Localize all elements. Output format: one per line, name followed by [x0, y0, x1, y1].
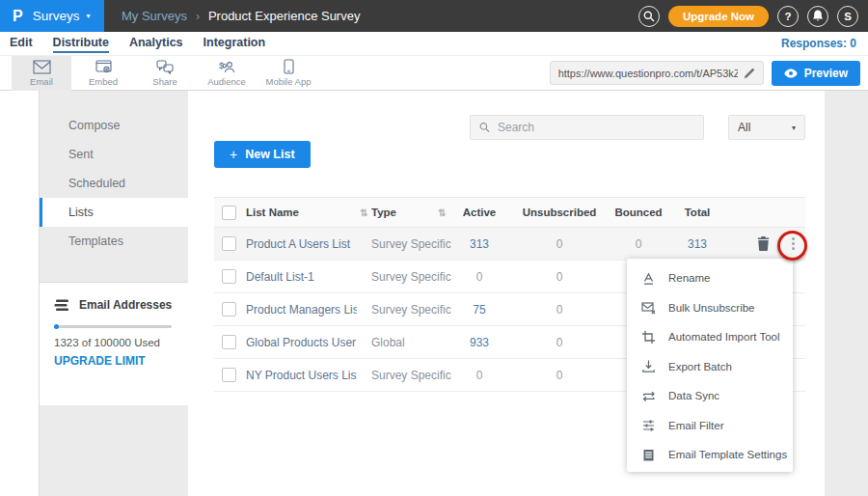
list-type: Survey Specific: [371, 303, 434, 317]
search-input[interactable]: [498, 121, 694, 134]
active-count[interactable]: 313: [450, 237, 508, 251]
list-name-link[interactable]: Product Managers List: [246, 303, 357, 317]
column-type[interactable]: Type: [371, 207, 434, 218]
unsubscribed-count: 0: [508, 237, 610, 251]
channel-audience-label: Audience: [207, 76, 246, 87]
active-count[interactable]: 75: [450, 303, 508, 317]
active-count[interactable]: 933: [450, 336, 508, 349]
menu-item-bulk-unsubscribe[interactable]: Bulk Unsubscribe: [627, 293, 793, 323]
channel-mobile-app[interactable]: Mobile App: [258, 56, 318, 91]
sidebar-item-compose[interactable]: Compose: [40, 111, 188, 140]
search-icon: [479, 122, 490, 133]
embed-icon: [95, 60, 112, 74]
search-button[interactable]: [638, 6, 660, 27]
menu-item-label: Email Template Settings: [668, 449, 787, 460]
chevron-down-icon: ▾: [86, 12, 90, 20]
row-checkbox[interactable]: [222, 335, 236, 349]
channel-embed[interactable]: Embed: [73, 56, 133, 91]
table-row: Product A Users List Survey Specific 313…: [214, 228, 805, 261]
column-active: Active: [450, 207, 508, 218]
select-all-checkbox[interactable]: [222, 206, 236, 220]
menu-item-email-template-settings[interactable]: Email Template Settings: [627, 440, 793, 470]
channel-mobile-app-label: Mobile App: [265, 76, 311, 87]
menu-item-label: Email Filter: [668, 420, 724, 431]
menu-item-label: Rename: [668, 272, 710, 284]
list-filter-dropdown[interactable]: All ▾: [728, 115, 805, 140]
collapsed-left-strip: [0, 91, 40, 496]
new-list-button[interactable]: + New List: [214, 141, 311, 168]
lists-panel: All ▾ + New List List Name ⇅ Type ⇅ Acti…: [188, 91, 825, 496]
questionpro-logo-icon: P: [13, 8, 23, 25]
tab-analytics[interactable]: Analytics: [129, 34, 183, 53]
survey-url-input[interactable]: [558, 68, 738, 79]
list-type: Global: [371, 336, 434, 349]
breadcrumb-my-surveys[interactable]: My Surveys: [122, 9, 187, 23]
edit-url-icon[interactable]: [744, 68, 755, 79]
active-count: 0: [450, 369, 508, 382]
preview-label: Preview: [804, 67, 848, 80]
list-search-box: [470, 115, 704, 140]
notifications-button[interactable]: [807, 6, 828, 27]
bulk-unsubscribe-icon: [641, 300, 656, 315]
product-switcher[interactable]: P Surveys ▾: [0, 0, 104, 32]
list-name-link[interactable]: Default List-1: [246, 270, 357, 284]
list-type: Survey Specific: [371, 270, 434, 284]
bell-icon: [812, 10, 824, 22]
list-name-link[interactable]: NY Product Users List: [246, 369, 357, 382]
menu-item-export-batch[interactable]: Export Batch: [627, 352, 793, 382]
list-name-link[interactable]: Product A Users List: [246, 237, 357, 251]
column-total: Total: [666, 207, 728, 218]
list-name-link[interactable]: Global Products User: [246, 336, 357, 349]
audience-icon: $: [218, 60, 236, 74]
bounced-count: 0: [610, 237, 666, 251]
tab-integration[interactable]: Integration: [203, 34, 266, 53]
menu-item-label: Data Sync: [668, 390, 719, 401]
email-filter-icon: [641, 418, 656, 432]
list-type: Survey Specific: [371, 369, 434, 382]
menu-item-email-filter[interactable]: Email Filter: [627, 411, 793, 441]
list-type: Survey Specific: [371, 237, 434, 251]
sidebar-item-scheduled[interactable]: Scheduled: [40, 169, 188, 198]
trash-icon: [757, 236, 770, 251]
menu-item-automated-import-tool[interactable]: Automated Import Tool: [627, 322, 793, 352]
total-count[interactable]: 313: [666, 237, 728, 251]
sidebar-item-lists[interactable]: Lists: [40, 198, 188, 227]
email-template-settings-icon: [641, 448, 656, 462]
channel-share[interactable]: Share: [135, 56, 195, 91]
menu-item-label: Bulk Unsubscribe: [668, 302, 754, 314]
column-list-name[interactable]: List Name: [246, 207, 357, 218]
sidebar-item-sent[interactable]: Sent: [40, 140, 188, 169]
tab-distribute[interactable]: Distribute: [53, 34, 109, 53]
survey-link-area: Preview: [550, 61, 860, 86]
avatar[interactable]: S: [837, 6, 858, 27]
channel-embed-label: Embed: [89, 76, 118, 87]
tab-edit[interactable]: Edit: [10, 34, 33, 53]
sort-list-name-icon[interactable]: ⇅: [357, 207, 371, 218]
usage-progress-bar: [54, 325, 172, 328]
eye-icon: [784, 69, 798, 78]
channel-email[interactable]: Email: [12, 56, 71, 91]
row-checkbox[interactable]: [222, 269, 236, 284]
unsubscribed-count: 0: [508, 369, 610, 382]
delete-list-button[interactable]: [757, 236, 770, 251]
responses-count-link[interactable]: Responses: 0: [781, 37, 856, 50]
preview-button[interactable]: Preview: [772, 61, 860, 86]
channel-tiles: Email Embed Share $ Audience Mobile App: [12, 56, 318, 91]
sort-type-icon[interactable]: ⇅: [434, 207, 450, 218]
help-button[interactable]: ?: [777, 6, 799, 27]
menu-item-rename[interactable]: Rename: [627, 263, 793, 293]
mobile-app-icon: [284, 59, 294, 74]
row-checkbox[interactable]: [222, 302, 236, 317]
sidebar-item-templates[interactable]: Templates: [40, 227, 188, 256]
list-context-menu: Rename Bulk Unsubscribe Automated Import…: [627, 259, 793, 472]
upgrade-now-button[interactable]: Upgrade Now: [668, 6, 769, 27]
email-icon: [33, 60, 51, 74]
row-checkbox[interactable]: [222, 236, 236, 251]
list-filter-value: All: [738, 121, 792, 134]
menu-item-data-sync[interactable]: Data Sync: [627, 381, 793, 411]
search-icon: [643, 11, 655, 22]
upgrade-limit-link[interactable]: UPGRADE LIMIT: [54, 354, 174, 368]
channel-audience[interactable]: $ Audience: [197, 56, 257, 91]
row-checkbox[interactable]: [222, 368, 236, 382]
export-batch-icon: [641, 359, 656, 373]
